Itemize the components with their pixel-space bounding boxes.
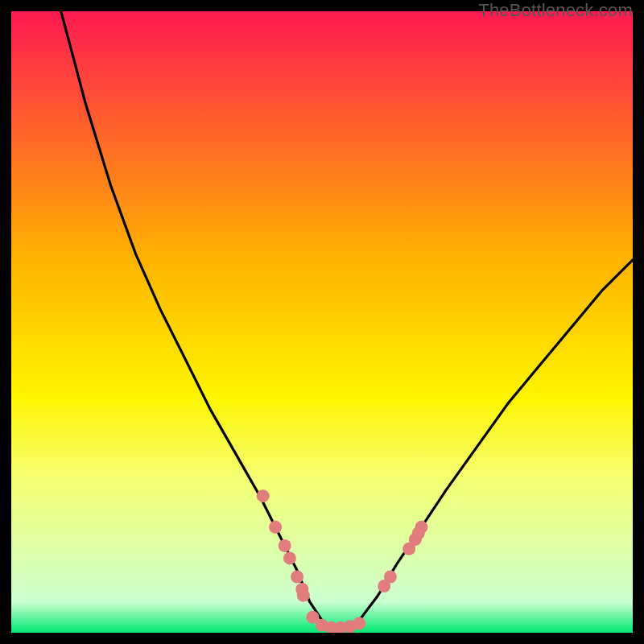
data-marker — [283, 551, 296, 564]
chart-frame: TheBottleneck.com — [0, 0, 644, 644]
data-marker — [353, 617, 365, 630]
data-marker — [279, 539, 291, 552]
data-marker — [257, 489, 270, 502]
gradient-background — [11, 11, 633, 633]
data-marker — [297, 589, 310, 602]
data-marker — [269, 521, 282, 534]
data-marker — [291, 571, 303, 584]
data-marker — [415, 521, 428, 534]
data-marker — [384, 571, 397, 584]
bottleneck-chart — [11, 11, 633, 633]
